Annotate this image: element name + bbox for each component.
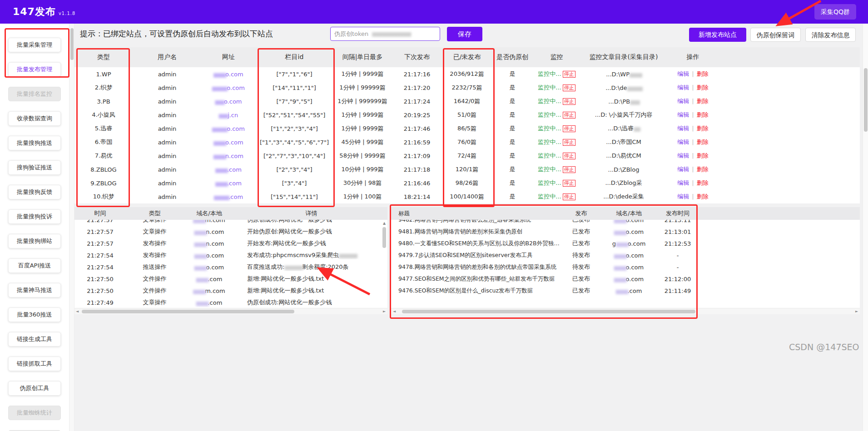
site-url[interactable]: ▆▆▆▆.com [201,176,256,190]
sidebar-item[interactable]: 链接生成工具 [8,332,61,347]
scroll-right-icon[interactable]: ► [853,308,860,314]
site-url[interactable]: ▆▆▆▆▆.com [201,190,256,203]
site-url-suffix[interactable]: o.com [224,98,242,105]
sidebar-item[interactable]: 批量搜狗绑站 [8,234,61,248]
stop-button[interactable]: 停止 [563,125,575,132]
edit-link[interactable]: 编辑 [677,152,689,159]
site-url-suffix[interactable]: o.com [227,125,245,132]
clear-info-button[interactable]: 清除发布信息 [805,28,856,42]
sidebar-item[interactable]: 批量蜘蛛统计 [8,406,61,420]
sidebar-item[interactable]: 百度API推送 [8,258,61,273]
site-url-suffix[interactable]: .com [228,193,243,200]
edit-link[interactable]: 编辑 [677,84,689,91]
edit-link[interactable]: 编辑 [677,98,689,104]
article-col-time: 发布时间 [657,209,698,218]
delete-link[interactable]: 删除 [697,98,709,104]
delete-link[interactable]: 删除 [697,179,709,186]
add-site-button[interactable]: 新增发布站点 [689,28,746,42]
site-url-suffix[interactable]: o.com [227,84,245,91]
watermark: CSDN @147SEO [789,342,859,352]
edit-link[interactable]: 编辑 [677,111,689,118]
scrollbar-thumb[interactable] [70,28,74,60]
reserved-words-button[interactable]: 伪原创保留词 [750,28,801,42]
sidebar-item[interactable]: 批量神马推送 [8,283,61,297]
scroll-left-icon[interactable]: ◄ [74,308,80,314]
qq-group-button[interactable]: 采集QQ群 [814,4,856,20]
delete-link[interactable]: 删除 [697,193,709,200]
redacted-domain: ▆▆▆▆ [616,288,628,294]
delete-link[interactable]: 删除 [697,166,709,173]
scroll-right-icon[interactable]: ► [381,308,387,314]
sidebar-item[interactable]: 批量搜狗推送 [8,136,61,150]
sidebar-item[interactable]: 伪原创工具 [8,381,61,396]
site-url[interactable]: ▆▆▆▆o.com [201,135,256,149]
scrollbar-thumb[interactable] [382,227,386,248]
delete-link[interactable]: 删除 [697,139,709,145]
site-url-suffix[interactable]: o.com [225,71,243,78]
log-type: 推送操作 [126,263,183,271]
stop-button[interactable]: 停止 [563,98,575,105]
stop-button[interactable]: 停止 [563,153,575,159]
edit-link[interactable]: 编辑 [677,70,689,77]
articles-horizontal-scrollbar[interactable]: ◄ ► [391,308,860,314]
scrollbar-thumb[interactable] [82,310,294,313]
stop-button[interactable]: 停止 [563,71,575,78]
sidebar-item[interactable]: 收录数据查询 [8,111,61,126]
scrollbar-thumb[interactable] [864,68,868,132]
scroll-left-icon[interactable]: ◄ [391,308,397,314]
sidebar-item[interactable]: 批量发布管理 [8,62,61,77]
log-horizontal-scrollbar[interactable]: ◄ ► [74,308,387,314]
site-url[interactable]: ▆▆▆▆▆o.com [201,122,256,135]
site-url[interactable]: ▆▆▆▆.com [201,163,256,176]
site-url[interactable]: ▆▆▆▆o.com [201,67,256,81]
token-input[interactable]: 伪原创token ▆▆▆▆▆▆▆▆▆▆▆▆▆ [330,27,440,41]
site-url[interactable]: ▆▆▆j.cn [201,108,256,122]
stop-button[interactable]: 停止 [563,193,575,200]
site-url-suffix[interactable]: o.com [225,139,243,146]
scrollbar-thumb[interactable] [402,310,695,313]
delete-link[interactable]: 删除 [697,84,709,91]
site-dir-text: ...D:\WP [606,71,630,78]
edit-link[interactable]: 编辑 [677,166,689,173]
col-type: 类型 [74,47,133,67]
site-url[interactable]: ▆▆▆▆▆o.com [201,81,256,94]
log-type: 发布操作 [126,239,183,248]
scroll-up-icon[interactable]: ▲ [382,221,387,226]
stop-button[interactable]: 停止 [563,139,575,146]
site-url[interactable]: ▆▆▆▆n.com [201,149,256,163]
sidebar-item[interactable]: 链接抓取工具 [8,357,61,371]
stop-button[interactable]: 停止 [563,84,575,91]
log-detail: 发布成功:phpcmscmsv9采集爬虫▆▆▆▆▆▆ [235,251,387,259]
edit-link[interactable]: 编辑 [677,125,689,132]
stop-button[interactable]: 停止 [563,166,575,173]
save-button[interactable]: 保存 [447,27,482,41]
sidebar-item[interactable]: 批量排名监控 [8,87,61,101]
edit-link[interactable]: 编辑 [677,179,689,186]
site-published-count: 76/0篇 [442,135,492,149]
log-vertical-scrollbar[interactable]: ▲ [382,221,387,248]
delete-link[interactable]: 删除 [697,70,709,77]
site-url-suffix[interactable]: n.com [225,153,243,159]
sidebar-item[interactable]: 批量采集管理 [8,38,61,52]
sidebar-item[interactable]: 搜狗验证推送 [8,160,61,175]
sidebar-item[interactable]: 批量搜狗反馈 [8,185,61,199]
sidebar-item[interactable]: 批量搜狗投诉 [8,209,61,224]
articles-panel: 标题 发布 域名/本地 发布时间 9482.网络营销与网络营销有甚么差别_迅睿采… [391,207,860,314]
sidebar-item[interactable]: 批量360推送 [8,307,61,322]
edit-link[interactable]: 编辑 [677,193,689,200]
edit-link[interactable]: 编辑 [677,139,689,145]
page-scrollbar[interactable] [863,24,868,431]
delete-link[interactable]: 删除 [697,125,709,132]
sidebar-scrollbar[interactable] [69,24,74,431]
delete-link[interactable]: 删除 [697,111,709,118]
article-publish-status: 已发布 [562,228,600,236]
site-url[interactable]: ▆▆▆o.com [201,94,256,108]
article-row: 9477.SEO和SEM之间的区别和优势有哪些_站群发布千万数据 已发布 ▆▆▆… [391,273,860,285]
site-url-suffix[interactable]: .com [227,166,242,173]
delete-link[interactable]: 删除 [697,152,709,159]
log-detail-text: 伪原创成功:网站优化一般多少钱 [247,299,332,306]
stop-button[interactable]: 停止 [563,180,575,187]
site-url-suffix[interactable]: j.cn [228,112,238,119]
site-url-suffix[interactable]: .com [227,180,242,187]
stop-button[interactable]: 停止 [563,112,575,119]
